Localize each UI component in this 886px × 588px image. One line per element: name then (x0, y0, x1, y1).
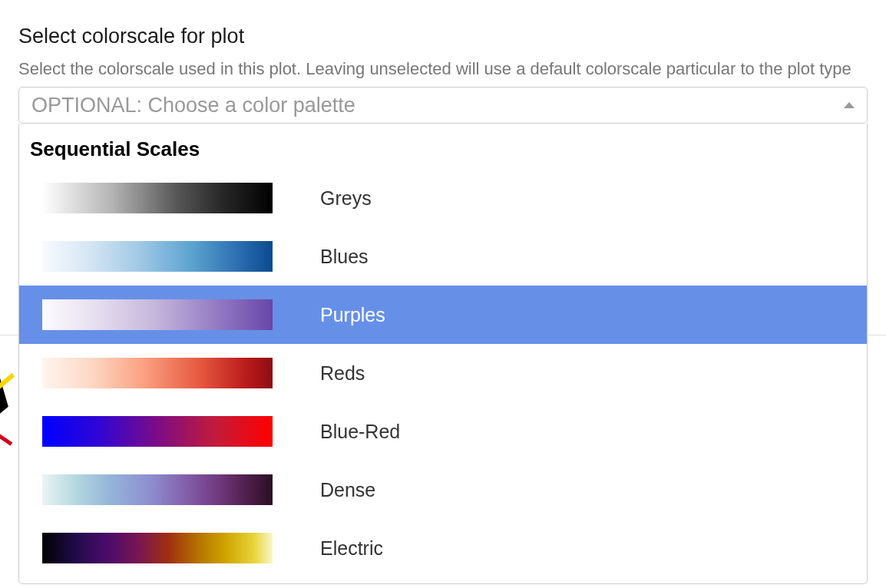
colorscale-select: OPTIONAL: Choose a color palette Sequent… (18, 87, 868, 124)
background-chart-peek (0, 367, 15, 474)
colorscale-option-purples[interactable]: Purples (19, 286, 867, 344)
colorscale-selector-panel: Select colorscale for plot Select the co… (0, 0, 886, 124)
option-label: Purples (320, 304, 385, 326)
swatch-greys (42, 183, 273, 213)
colorscale-option-greys[interactable]: Greys (19, 169, 867, 227)
colorscale-option-electric[interactable]: Electric (19, 519, 867, 577)
section-subtitle: Select the colorscale used in this plot.… (18, 59, 868, 79)
colorscale-dropdown: Sequential Scales Greys Blues Purples Re… (18, 124, 868, 584)
chevron-up-icon (844, 102, 855, 108)
swatch-blue-red (42, 416, 273, 447)
option-label: Blues (320, 246, 369, 268)
swatch-dense (42, 474, 273, 505)
option-group-header: Sequential Scales (19, 124, 867, 169)
colorscale-select-box[interactable]: OPTIONAL: Choose a color palette (18, 87, 868, 124)
colorscale-option-blues[interactable]: Blues (19, 227, 867, 286)
select-placeholder-text: OPTIONAL: Choose a color palette (31, 94, 355, 117)
colorscale-option-dense[interactable]: Dense (19, 461, 867, 519)
colorscale-option-reds[interactable]: Reds (19, 344, 867, 402)
swatch-reds (42, 358, 273, 388)
swatch-purples (42, 299, 273, 330)
swatch-electric (42, 533, 273, 563)
swatch-blues (42, 241, 273, 272)
option-label: Reds (320, 362, 365, 385)
colorscale-option-blue-red[interactable]: Blue-Red (19, 402, 867, 461)
section-title: Select colorscale for plot (18, 25, 868, 48)
option-label: Greys (320, 187, 372, 210)
option-label: Electric (320, 537, 383, 560)
option-label: Dense (320, 479, 375, 501)
option-label: Blue-Red (320, 421, 400, 443)
colorscale-dropdown-scroll[interactable]: Sequential Scales Greys Blues Purples Re… (19, 124, 867, 583)
